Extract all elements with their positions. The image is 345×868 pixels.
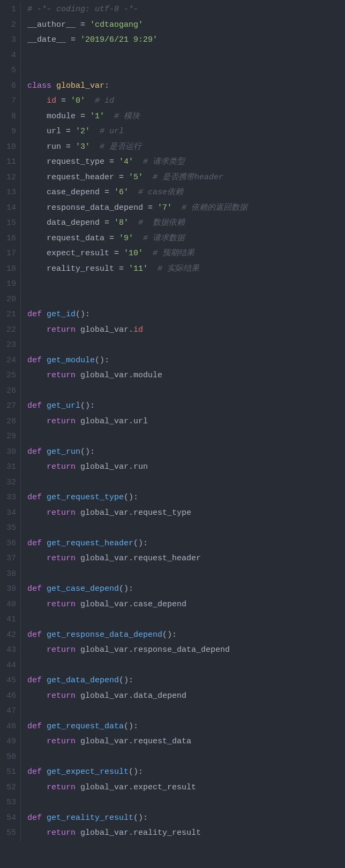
code-line: response_data_depend = '7' # 依赖的返回数据 (27, 201, 248, 216)
code-line: def get_module(): (27, 353, 248, 369)
line-number: 26 (0, 384, 20, 399)
token: '2019/6/21 9:29' (80, 35, 158, 44)
line-number: 22 (0, 323, 20, 338)
token (148, 264, 158, 273)
token: def (27, 630, 42, 639)
token (51, 81, 56, 90)
token: # 模块 (114, 112, 140, 121)
token: def (27, 584, 42, 593)
code-line (27, 429, 248, 445)
token: get_id (47, 310, 76, 319)
code-line: id = '0' # id (27, 94, 248, 109)
token (27, 554, 47, 563)
line-number: 12 (0, 170, 20, 186)
token: global_var.expect_result (76, 783, 196, 792)
token: = (66, 127, 71, 136)
token: = (109, 157, 114, 166)
token: get_reality_result (47, 813, 133, 823)
line-number: 39 (0, 582, 20, 597)
token: return (47, 737, 76, 746)
token (27, 691, 47, 701)
token: url (27, 127, 66, 136)
line-number: 45 (0, 673, 20, 689)
line-number: 4 (0, 48, 20, 64)
token (76, 35, 80, 44)
token: '9' (119, 234, 133, 243)
token (109, 188, 114, 197)
token: get_case_depend (47, 584, 119, 593)
token: return (47, 783, 76, 792)
line-number: 2 (0, 18, 20, 33)
token (42, 767, 47, 776)
line-number: 43 (0, 643, 20, 658)
code-line: __author__ = 'cdtaogang' (27, 18, 248, 33)
token: (): (119, 676, 133, 685)
code-line (27, 338, 248, 353)
token (124, 173, 129, 182)
token: = (104, 218, 109, 227)
token: # 是否运行 (100, 142, 141, 151)
token: = (119, 264, 124, 273)
line-number: 11 (0, 155, 20, 170)
token (143, 173, 153, 182)
code-line (27, 48, 248, 64)
token: '7' (158, 203, 172, 212)
token: = (148, 203, 153, 212)
code-line: return global_var.run (27, 460, 248, 475)
token (27, 783, 47, 792)
token: global_var. (76, 325, 133, 334)
token: return (47, 828, 76, 837)
line-number: 55 (0, 826, 20, 841)
token: get_data_depend (47, 676, 119, 685)
code-line: data_depend = '8' # 数据依赖 (27, 216, 248, 231)
code-area[interactable]: # -*- coding: utf-8 -*-__author__ = 'cdt… (21, 2, 248, 841)
code-line: return global_var.request_type (27, 506, 248, 521)
line-number: 46 (0, 689, 20, 704)
code-line: return global_var.id (27, 323, 248, 338)
token: (): (80, 447, 95, 456)
token (109, 218, 114, 227)
token: response_data_depend (27, 203, 148, 212)
code-line: case_depend = '6' # case依赖 (27, 185, 248, 201)
token: get_run (47, 447, 80, 456)
token: (): (119, 584, 133, 593)
token: return (47, 371, 76, 380)
token (42, 539, 47, 548)
line-number: 13 (0, 185, 20, 201)
token (129, 188, 138, 197)
line-number: 15 (0, 216, 20, 231)
code-line: def get_reality_result(): (27, 811, 248, 826)
token: return (47, 462, 76, 471)
code-line: def get_request_header(): (27, 536, 248, 552)
code-line: url = '2' # url (27, 124, 248, 140)
token: def (27, 447, 42, 456)
token: '5' (129, 173, 143, 182)
code-editor: 1234567891011121314151617181920212223242… (0, 0, 345, 848)
token: get_request_header (47, 539, 133, 548)
code-line: request_header = '5' # 是否携带header (27, 170, 248, 186)
line-number: 37 (0, 551, 20, 567)
token: return (47, 554, 76, 563)
code-line (27, 384, 248, 399)
token: # url (100, 127, 124, 136)
token: def (27, 676, 42, 685)
token (42, 584, 47, 593)
token (85, 20, 90, 29)
token: '4' (119, 157, 133, 166)
line-number: 25 (0, 368, 20, 384)
line-number: 19 (0, 277, 20, 292)
token: class (27, 81, 51, 90)
line-number: 1 (0, 2, 20, 18)
token: '1' (90, 112, 104, 121)
token: def (27, 401, 42, 410)
token: request_type (27, 157, 109, 166)
code-line: return global_var.case_depend (27, 597, 248, 613)
token: = (80, 112, 85, 121)
token (27, 737, 47, 746)
token: : (104, 81, 109, 90)
token: '6' (114, 188, 129, 197)
token (42, 630, 47, 639)
token (114, 157, 119, 166)
token: # id (95, 96, 114, 105)
token (42, 493, 47, 502)
